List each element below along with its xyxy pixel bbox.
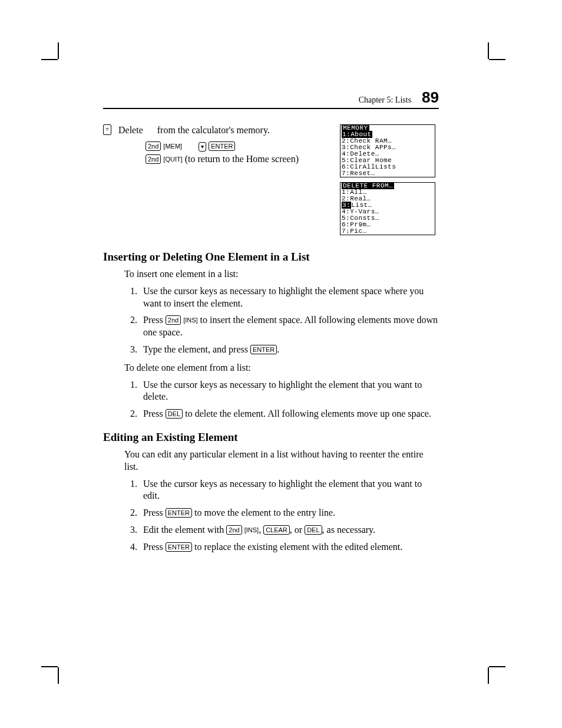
screen-memory: MEMORY1:About2:Check RAM…3:Check APPs…4:… bbox=[340, 124, 435, 177]
insert-lead: To insert one element in a list: bbox=[124, 268, 439, 281]
key-2nd: 2nd bbox=[146, 141, 161, 151]
key-del: DEL bbox=[305, 525, 322, 535]
delete-steps: Use the cursor keys as necessary to high… bbox=[124, 379, 439, 420]
delete-instruction: Delete from the calculator's memory. bbox=[118, 124, 272, 136]
edit-steps: Use the cursor keys as necessary to high… bbox=[124, 478, 439, 554]
crop-mark bbox=[488, 667, 489, 684]
list-item: Use the cursor keys as necessary to high… bbox=[140, 285, 439, 310]
key-enter: ENTER bbox=[209, 141, 235, 151]
list-item: Press ENTER to move the element to the e… bbox=[140, 507, 439, 519]
page-content: Chapter 5: Lists 89 Delete from the calc… bbox=[103, 88, 439, 559]
key-enter: ENTER bbox=[166, 508, 192, 518]
text: Use the cursor keys as necessary to high… bbox=[143, 286, 424, 308]
list-item: Press DEL to delete the element. All fol… bbox=[140, 408, 439, 420]
text: Press bbox=[143, 508, 166, 518]
crop-mark bbox=[488, 42, 489, 59]
margin-note-icon bbox=[103, 124, 111, 135]
fn-ins: [INS] bbox=[244, 526, 259, 533]
fn-mem: [MEM] bbox=[163, 143, 182, 150]
text: , as necessary. bbox=[322, 525, 375, 535]
heading-insert-delete: Inserting or Deleting One Element in a L… bbox=[103, 251, 439, 263]
text: Use the cursor keys as necessary to high… bbox=[143, 380, 422, 402]
text: Press bbox=[143, 542, 166, 552]
text: from the calculator's memory. bbox=[157, 125, 270, 135]
section-insert: To insert one element in a list: Use the… bbox=[124, 268, 439, 420]
key-clear: CLEAR bbox=[263, 525, 290, 535]
top-block: Delete from the calculator's memory. 2nd… bbox=[103, 124, 439, 240]
text: Type the element, and press bbox=[143, 344, 250, 354]
page-header: Chapter 5: Lists 89 bbox=[103, 88, 439, 109]
top-left-column: Delete from the calculator's memory. 2nd… bbox=[103, 124, 340, 165]
key-2nd: 2nd bbox=[166, 315, 181, 325]
crop-mark bbox=[489, 59, 505, 60]
crop-mark bbox=[41, 666, 58, 667]
key-down: ▾ bbox=[199, 142, 206, 151]
crop-mark bbox=[58, 42, 59, 59]
text: , or bbox=[290, 525, 305, 535]
text: . bbox=[277, 344, 279, 354]
key-del: DEL bbox=[166, 409, 183, 419]
text: to delete the element. All following ele… bbox=[183, 409, 431, 419]
key-2nd: 2nd bbox=[146, 154, 161, 164]
key-enter: ENTER bbox=[166, 542, 192, 552]
text: Edit the element with bbox=[143, 525, 226, 535]
list-item: Edit the element with 2nd [INS], CLEAR, … bbox=[140, 524, 439, 536]
list-item: Press ENTER to replace the existing elem… bbox=[140, 541, 439, 554]
text: to replace the existing element with the… bbox=[192, 542, 402, 552]
chapter-label: Chapter 5: Lists bbox=[359, 95, 411, 104]
fn-ins: [INS] bbox=[183, 317, 197, 324]
list-item: Use the cursor keys as necessary to high… bbox=[140, 478, 439, 503]
key-sequence-1: 2nd [MEM] ▾ ENTER bbox=[146, 140, 333, 153]
key-2nd: 2nd bbox=[226, 525, 242, 535]
edit-lead: You can edit any particular element in a… bbox=[124, 449, 439, 473]
text: to move the element to the entry line. bbox=[192, 508, 335, 518]
crop-mark bbox=[58, 667, 59, 684]
page-number: 89 bbox=[422, 88, 439, 106]
crop-mark bbox=[41, 59, 58, 60]
text: (to return to the Home screen) bbox=[183, 154, 299, 164]
calculator-screens: MEMORY1:About2:Check RAM…3:Check APPs…4:… bbox=[340, 124, 439, 240]
key-enter: ENTER bbox=[250, 345, 277, 354]
text: Use the cursor keys as necessary to high… bbox=[143, 479, 422, 501]
text: , bbox=[259, 525, 263, 535]
section-edit: You can edit any particular element in a… bbox=[124, 449, 439, 554]
text: Press bbox=[143, 409, 166, 419]
list-item: Type the element, and press ENTER. bbox=[140, 344, 439, 356]
screen-delete-from: DELETE FROM…1:All…2:Real…3:List…4:Y-Vars… bbox=[340, 182, 435, 235]
list-item: Use the cursor keys as necessary to high… bbox=[140, 379, 439, 404]
key-sequence-2: 2nd [QUIT] (to return to the Home screen… bbox=[146, 153, 333, 166]
crop-mark bbox=[489, 666, 505, 667]
text: Delete bbox=[118, 125, 143, 135]
fn-quit: [QUIT] bbox=[163, 156, 182, 163]
delete-lead: To delete one element from a list: bbox=[124, 362, 439, 374]
heading-editing: Editing an Existing Element bbox=[103, 431, 439, 444]
insert-steps: Use the cursor keys as necessary to high… bbox=[124, 285, 439, 356]
list-item: Press 2nd [INS] to insert the element sp… bbox=[140, 314, 439, 339]
text: Press bbox=[143, 315, 166, 325]
